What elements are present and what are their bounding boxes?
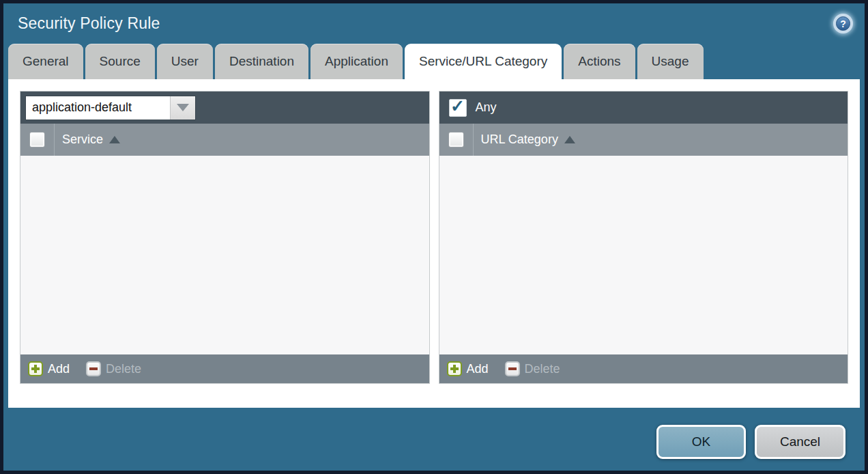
service-add-button[interactable]: Add [28,361,70,376]
service-table-header: Service [20,124,429,156]
url-category-column-header[interactable]: URL Category [481,133,558,147]
tab-strip: General Source User Destination Applicat… [3,44,865,79]
service-list [20,156,429,354]
url-category-list [439,156,848,354]
tab-content: Service Add Delete ✓ [8,79,860,408]
chevron-down-icon [177,104,189,111]
tab-destination[interactable]: Destination [215,44,308,79]
service-delete-button[interactable]: Delete [86,361,141,376]
url-category-select-all-cell [439,124,474,156]
tab-application[interactable]: Application [310,44,403,79]
service-panel: Service Add Delete [20,91,430,384]
help-icon[interactable]: ? [833,14,853,33]
delete-minus-icon [505,361,520,376]
sort-asc-icon[interactable] [564,136,575,143]
service-select-all-cell [20,124,55,156]
any-checkbox[interactable]: ✓ [449,99,467,117]
url-category-delete-button[interactable]: Delete [505,361,560,376]
sort-asc-icon[interactable] [109,136,120,143]
dialog-title: Security Policy Rule [18,14,160,33]
url-category-select-all-checkbox[interactable] [448,132,464,148]
delete-minus-icon [86,361,101,376]
service-type-combo [25,96,196,120]
help-icon-glyph: ? [836,16,850,31]
security-policy-rule-dialog: Security Policy Rule ? General Source Us… [0,0,868,474]
service-type-dropdown-button[interactable] [170,96,195,120]
url-category-panel: ✓ Any URL Category Add [439,91,849,384]
tab-usage[interactable]: Usage [637,44,704,79]
dialog-footer: OK Cancel [3,408,865,471]
tab-service-url-category[interactable]: Service/URL Category [405,44,562,79]
check-icon: ✓ [450,98,465,115]
service-type-input[interactable] [26,96,170,120]
service-select-all-checkbox[interactable] [29,132,45,148]
tab-general[interactable]: General [8,44,83,79]
add-plus-icon [447,361,462,376]
service-column-header[interactable]: Service [62,133,103,147]
url-category-table-header: URL Category [439,124,848,156]
any-label: Any [476,100,497,115]
url-category-panel-toolbar: ✓ Any [439,92,848,124]
tab-source[interactable]: Source [85,44,155,79]
tab-user[interactable]: User [157,44,213,79]
url-category-add-button[interactable]: Add [447,361,489,376]
cancel-button[interactable]: Cancel [755,425,845,459]
add-plus-icon [28,361,43,376]
service-panel-toolbar [20,92,429,124]
dialog-titlebar: Security Policy Rule ? [3,3,865,44]
service-addbar: Add Delete [20,354,429,383]
any-row: ✓ Any [444,99,497,117]
url-category-addbar: Add Delete [439,354,848,383]
tab-actions[interactable]: Actions [564,44,635,79]
ok-button[interactable]: OK [656,425,746,459]
